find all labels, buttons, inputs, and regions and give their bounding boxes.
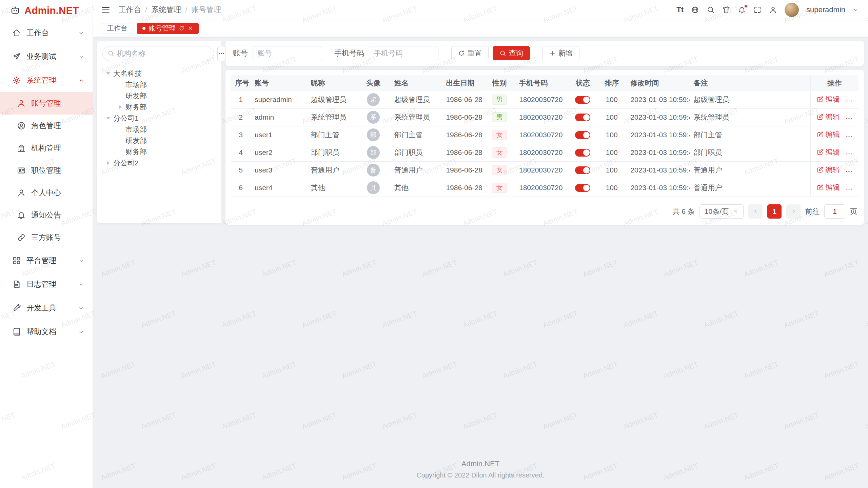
column-header: 姓名 [390, 75, 442, 91]
language-icon[interactable] [691, 6, 699, 14]
org-search-row [102, 46, 216, 61]
sidebar-item-org-manage[interactable]: 机构管理 [0, 137, 93, 159]
refresh-icon[interactable] [179, 25, 184, 31]
cell-no: 2 [231, 108, 251, 126]
tree-node[interactable]: 财务部 [102, 101, 216, 113]
cell-account: superadmin [251, 91, 307, 108]
edit-button[interactable]: 编辑 [817, 165, 840, 175]
next-page-button[interactable] [786, 204, 801, 219]
book-icon [12, 327, 21, 336]
avatar: 系 [367, 111, 380, 124]
cell-gender: 女 [484, 126, 515, 144]
sidebar-item-log-manage[interactable]: 日志管理 [0, 272, 93, 296]
breadcrumb-item[interactable]: 账号管理 [191, 5, 221, 15]
sidebar-item-role-manage[interactable]: 角色管理 [0, 115, 93, 137]
tree-node[interactable]: 财务部 [102, 146, 216, 157]
edit-button[interactable]: 编辑 [817, 147, 840, 157]
caret-right-icon[interactable] [104, 159, 113, 167]
app-root: Admin.NET 工作台业务测试系统管理账号管理角色管理机构管理职位管理个人中… [0, 0, 868, 488]
table-body: 1superadmin超级管理员超超级管理员1986-06-28男1802003… [231, 91, 859, 197]
close-icon[interactable] [188, 25, 193, 31]
reset-button[interactable]: 重置 [451, 46, 489, 60]
gender-tag: 男 [492, 95, 507, 105]
caret-down-icon[interactable] [104, 69, 113, 78]
cell-modified: 2023-01-03 10:59:44 [626, 126, 689, 144]
add-button[interactable]: 新增 [542, 46, 579, 60]
status-toggle[interactable] [575, 149, 590, 157]
breadcrumb-item[interactable]: 工作台 [119, 5, 141, 15]
user-setting-icon[interactable] [769, 6, 777, 14]
phone-input[interactable] [369, 46, 438, 60]
theme-skin-icon[interactable] [722, 6, 730, 14]
sidebar-item-post-manage[interactable]: 职位管理 [0, 159, 93, 182]
cell-status [569, 91, 597, 108]
status-toggle[interactable] [575, 131, 590, 139]
edit-button[interactable]: 编辑 [817, 112, 840, 122]
username[interactable]: superadmin [806, 5, 845, 14]
more-actions-button[interactable] [845, 150, 853, 158]
tree-node[interactable]: 大名科技 [102, 68, 216, 79]
goto-page-input[interactable] [824, 204, 845, 219]
tab-workbench[interactable]: 工作台 [102, 23, 133, 34]
org-search-input[interactable] [117, 49, 209, 58]
sidebar-item-personal-center[interactable]: 个人中心 [0, 182, 93, 204]
status-toggle[interactable] [575, 184, 590, 192]
tab-account-manage[interactable]: 账号管理 [137, 23, 199, 34]
more-actions-button[interactable] [845, 168, 853, 175]
more-actions-button[interactable] [845, 133, 853, 140]
query-button[interactable]: 查询 [493, 46, 530, 60]
status-toggle[interactable] [575, 114, 590, 121]
sidebar-item-business-test[interactable]: 业务测试 [0, 45, 93, 68]
org-more-button[interactable] [217, 46, 225, 61]
tree-node[interactable]: 市场部 [102, 124, 216, 135]
caret-down-icon[interactable] [104, 114, 113, 123]
cell-birth: 1986-06-28 [442, 161, 484, 179]
page-size-select[interactable]: 10条/页 [699, 204, 744, 219]
edit-button[interactable]: 编辑 [817, 95, 840, 104]
tree-node[interactable]: 分公司1 [102, 113, 216, 124]
tree-node[interactable]: 市场部 [102, 79, 216, 90]
fullscreen-icon[interactable] [753, 6, 762, 14]
caret-right-icon[interactable] [116, 103, 125, 111]
prev-page-button[interactable] [748, 204, 763, 219]
tree-node[interactable]: 研发部 [102, 90, 216, 101]
more-actions-button[interactable] [845, 185, 853, 193]
breadcrumb-item[interactable]: 系统管理 [151, 5, 181, 15]
cell-account: user2 [251, 144, 307, 161]
sidebar-item-third-account[interactable]: 三方账号 [0, 226, 93, 249]
app-logo[interactable]: Admin.NET [0, 0, 93, 21]
font-size-icon[interactable]: Tt [676, 5, 684, 14]
cell-gender: 男 [484, 91, 515, 108]
cell-sort: 100 [597, 144, 626, 161]
caret-placeholder [116, 80, 125, 89]
account-table: 序号账号昵称头像姓名出生日期性别手机号码状态排序修改时间备注操作 1supera… [231, 75, 859, 197]
edit-button[interactable]: 编辑 [817, 183, 840, 192]
edit-button[interactable]: 编辑 [817, 130, 840, 139]
menu-collapse-icon[interactable] [101, 5, 111, 15]
more-actions-button[interactable] [845, 97, 853, 105]
doc-icon [12, 280, 21, 289]
user-avatar[interactable] [785, 3, 799, 17]
sidebar-item-dev-tools[interactable]: 开发工具 [0, 296, 93, 320]
tree-node[interactable]: 研发部 [102, 135, 216, 146]
sidebar-item-help-docs[interactable]: 帮助文档 [0, 320, 93, 344]
sidebar-item-system-manage[interactable]: 系统管理 [0, 68, 93, 92]
cell-no: 6 [231, 179, 251, 197]
sidebar-item-account-manage[interactable]: 账号管理 [0, 92, 93, 115]
page-number-1[interactable]: 1 [767, 204, 782, 219]
sidebar-item-workbench[interactable]: 工作台 [0, 21, 93, 45]
search-icon[interactable] [707, 6, 715, 14]
account-input[interactable] [253, 46, 322, 60]
cell-modified: 2023-01-03 10:59:44 [626, 179, 689, 197]
cell-avatar: 系 [356, 108, 390, 126]
status-toggle[interactable] [575, 96, 590, 104]
content: 大名科技市场部研发部财务部分公司1市场部研发部财务部分公司2 账号 手机号码 [93, 37, 868, 488]
chevron-down-icon [78, 54, 84, 60]
cell-avatar: 其 [356, 179, 390, 197]
tree-node[interactable]: 分公司2 [102, 157, 216, 168]
notification-icon[interactable] [738, 6, 746, 14]
more-actions-button[interactable] [845, 115, 853, 122]
sidebar-item-platform-manage[interactable]: 平台管理 [0, 249, 93, 272]
status-toggle[interactable] [575, 166, 590, 174]
sidebar-item-notice[interactable]: 通知公告 [0, 204, 93, 226]
